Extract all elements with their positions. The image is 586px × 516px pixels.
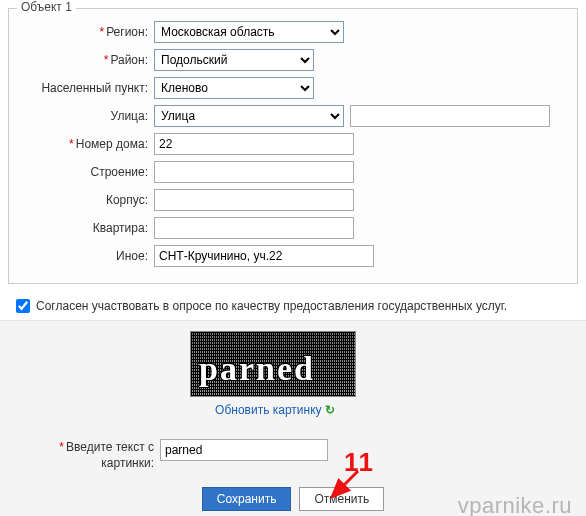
- row-stroenie: Строение:: [19, 161, 567, 183]
- row-ulica: Улица: Улица: [19, 105, 567, 127]
- captcha-input-label: *Введите текст с картинки:: [10, 439, 160, 471]
- row-house: *Номер дома:: [19, 133, 567, 155]
- captcha-input-row: *Введите текст с картинки:: [10, 439, 576, 471]
- label-stroenie: Строение:: [19, 165, 154, 179]
- captcha-area: parned Обновить картинку ↻ *Введите текс…: [0, 320, 586, 516]
- row-region: *Регион: Московская область: [19, 21, 567, 43]
- row-kvartira: Квартира:: [19, 217, 567, 239]
- row-rayon: *Район: Подольский: [19, 49, 567, 71]
- ulica-select[interactable]: Улица: [154, 105, 344, 127]
- region-select[interactable]: Московская область: [154, 21, 344, 43]
- buttons-row: Сохранить Отменить: [10, 487, 576, 511]
- required-marker: *: [59, 440, 64, 454]
- label-korpus: Корпус:: [19, 193, 154, 207]
- cancel-button[interactable]: Отменить: [299, 487, 384, 511]
- label-kvartira: Квартира:: [19, 221, 154, 235]
- label-inoe: Иное:: [19, 249, 154, 263]
- label-np: Населенный пункт:: [19, 81, 154, 95]
- captcha-refresh-row: Обновить картинку ↻: [190, 403, 360, 417]
- captcha-refresh-link[interactable]: Обновить картинку ↻: [215, 403, 335, 417]
- captcha-block: parned Обновить картинку ↻: [190, 331, 360, 417]
- row-np: Населенный пункт: Кленово: [19, 77, 567, 99]
- captcha-word: parned: [199, 350, 347, 388]
- house-input[interactable]: [154, 133, 354, 155]
- survey-row: Согласен участвовать в опросе по качеств…: [12, 296, 574, 316]
- refresh-icon: ↻: [325, 403, 335, 417]
- row-inoe: Иное:: [19, 245, 567, 267]
- label-house: *Номер дома:: [19, 137, 154, 151]
- rayon-select[interactable]: Подольский: [154, 49, 314, 71]
- captcha-input[interactable]: [160, 439, 328, 461]
- stroenie-input[interactable]: [154, 161, 354, 183]
- inoe-input[interactable]: [154, 245, 374, 267]
- label-region: *Регион:: [19, 25, 154, 39]
- np-select[interactable]: Кленово: [154, 77, 314, 99]
- label-rayon: *Район:: [19, 53, 154, 67]
- required-marker: *: [99, 25, 104, 39]
- kvartira-input[interactable]: [154, 217, 354, 239]
- object-1-fieldset: Объект 1 *Регион: Московская область *Ра…: [8, 8, 578, 284]
- row-korpus: Корпус:: [19, 189, 567, 211]
- captcha-image: parned: [190, 331, 356, 397]
- fieldset-legend: Объект 1: [17, 0, 76, 14]
- required-marker: *: [69, 137, 74, 151]
- survey-label: Согласен участвовать в опросе по качеств…: [36, 299, 507, 313]
- korpus-input[interactable]: [154, 189, 354, 211]
- ulica-extra-input[interactable]: [350, 105, 550, 127]
- save-button[interactable]: Сохранить: [202, 487, 292, 511]
- required-marker: *: [104, 53, 109, 67]
- label-ulica: Улица:: [19, 109, 154, 123]
- survey-checkbox[interactable]: [16, 299, 30, 313]
